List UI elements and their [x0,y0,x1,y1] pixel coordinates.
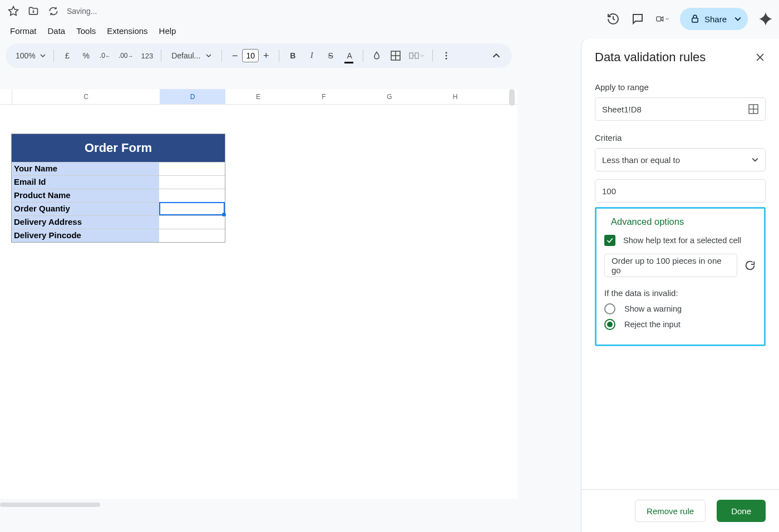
svg-point-11 [446,58,447,60]
col-header[interactable]: G [357,89,422,104]
radio-reject-label: Reject the input [624,320,681,329]
criteria-number: 100 [602,186,616,196]
zoom-select[interactable]: 100% [13,47,48,65]
italic-icon[interactable]: I [304,47,319,65]
form-row-label[interactable]: Email Id [12,176,159,189]
form-row-value[interactable] [159,229,225,242]
criteria-label: Criteria [595,133,766,142]
gemini-icon[interactable] [759,12,772,26]
criteria-value-input[interactable]: 100 [595,179,766,203]
form-row-value[interactable] [159,176,225,189]
select-range-icon[interactable] [748,104,758,114]
invalid-data-label: If the data is invalid: [604,288,756,298]
vertical-scrollbar[interactable] [509,89,515,106]
svg-marker-0 [9,7,18,16]
font-size-input[interactable] [242,49,259,62]
svg-point-10 [446,55,447,57]
meet-icon[interactable] [655,12,669,26]
radio-reject-input[interactable] [604,319,615,330]
svg-rect-8 [415,53,418,58]
col-header[interactable]: H [422,89,488,104]
number-format[interactable]: 123 [139,47,156,65]
merge-cells-icon[interactable] [407,47,427,65]
history-icon[interactable] [607,12,620,26]
range-input[interactable]: Sheet1!D8 [595,97,766,121]
font-size-increase[interactable]: + [259,48,273,63]
selected-cell[interactable] [159,202,225,215]
radio-warning-label: Show a warning [624,304,682,313]
menu-format[interactable]: Format [6,24,41,38]
reset-help-text-icon[interactable] [744,259,756,272]
bold-icon[interactable]: B [285,47,300,65]
toolbar: 100% £ % .0← .00→ 123 Defaul... − + B I … [6,43,512,68]
menu-data[interactable]: Data [43,24,70,38]
panel-title: Data validation rules [595,50,706,65]
font-select[interactable]: Defaul... [167,47,216,65]
svg-rect-3 [692,18,698,23]
collapse-toolbar-icon[interactable] [489,47,504,65]
order-form-title: Order Form [12,134,225,162]
share-dropdown[interactable] [728,8,748,30]
star-icon[interactable] [7,4,20,18]
col-header[interactable]: D [160,89,225,104]
menu-help[interactable]: Help [155,24,181,38]
menu-extensions[interactable]: Extensions [102,24,152,38]
text-color-icon[interactable]: A [342,47,357,65]
comment-icon[interactable] [631,12,644,26]
zoom-value: 100% [16,51,36,60]
horizontal-scrollbar[interactable] [0,501,517,509]
font-name: Defaul... [171,51,200,60]
cell-fill-handle[interactable] [222,213,226,216]
range-value: Sheet1!D8 [602,105,642,114]
form-row-label[interactable]: Your Name [12,162,159,175]
form-row-label[interactable]: Delivery Address [12,216,159,229]
column-headers: C D E F G H [0,89,517,105]
help-text-input[interactable]: Order up to 100 pieces in one go [604,254,737,277]
advanced-options-title[interactable]: Advanced options [611,216,756,227]
form-row-label[interactable]: Delivery Pincode [12,229,159,242]
criteria-select[interactable]: Less than or equal to [595,148,766,171]
currency-icon[interactable]: £ [60,47,75,65]
col-header[interactable]: C [12,89,160,104]
form-row-label[interactable]: Product Name [12,189,159,202]
help-text-checkbox-label: Show help text for a selected cell [623,236,741,245]
done-button[interactable]: Done [717,500,766,522]
strikethrough-icon[interactable]: S [323,47,338,65]
col-header[interactable]: E [225,89,291,104]
fill-color-icon[interactable] [369,47,384,65]
share-label: Share [704,14,727,24]
remove-rule-button[interactable]: Remove rule [635,500,706,522]
move-to-folder-icon[interactable] [27,4,40,18]
col-header[interactable]: F [291,89,357,104]
close-icon[interactable] [755,52,766,63]
menu-tools[interactable]: Tools [72,24,100,38]
form-row-label[interactable]: Order Quantiy [12,203,159,215]
svg-rect-7 [410,53,413,58]
saving-status: Saving... [67,7,97,16]
cloud-status-icon[interactable] [47,4,60,18]
more-icon[interactable] [438,47,454,65]
form-row-value[interactable] [159,189,225,202]
help-text-value: Order up to 100 pieces in one go [612,256,730,275]
font-size-decrease[interactable]: − [228,48,242,63]
decrease-decimal-icon[interactable]: .0← [97,47,113,65]
svg-point-9 [446,52,447,53]
increase-decimal-icon[interactable]: .00→ [116,47,136,65]
criteria-value: Less than or equal to [602,155,680,165]
data-validation-panel: Data validation rules Apply to range She… [581,39,779,532]
spreadsheet-area[interactable]: C D E F G H Order Form Your Name Email I… [0,89,517,499]
order-form-table: Order Form Your Name Email Id Product Na… [11,134,225,243]
svg-rect-1 [657,17,661,21]
percent-icon[interactable]: % [78,47,94,65]
apply-range-label: Apply to range [595,82,766,92]
help-text-checkbox[interactable] [604,235,615,246]
form-row-value[interactable] [159,162,225,175]
borders-icon[interactable] [388,47,403,65]
advanced-options-highlight: Advanced options Show help text for a se… [595,207,766,346]
radio-show-warning[interactable] [604,303,615,314]
form-row-value[interactable] [159,216,225,229]
